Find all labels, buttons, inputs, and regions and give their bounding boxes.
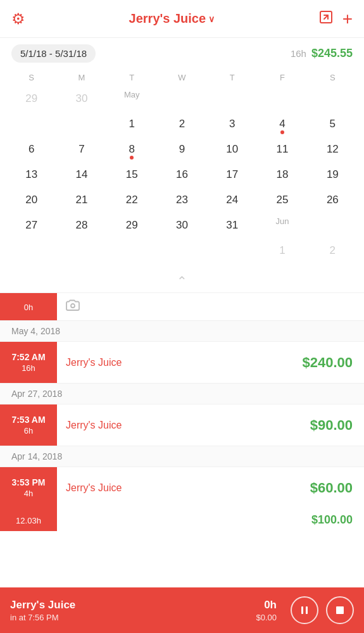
cal-cell-jun2[interactable]: 2 bbox=[308, 238, 358, 263]
entry-duration-3: 4h bbox=[6, 489, 51, 498]
active-timer-sub: in at 7:56 PM bbox=[10, 613, 248, 622]
entry-name-3: Jerry's Juice bbox=[66, 482, 122, 493]
cal-cell bbox=[56, 238, 106, 263]
cal-cell-30[interactable]: 30 bbox=[157, 213, 207, 238]
partial-time-block: 0h bbox=[0, 293, 57, 320]
cal-cell-9[interactable]: 9 bbox=[157, 137, 207, 162]
entry-duration-2: 6h bbox=[6, 426, 51, 436]
cal-cell-12[interactable]: 12 bbox=[308, 137, 358, 162]
cal-cell-22[interactable]: 22 bbox=[107, 187, 157, 213]
cal-cell-15[interactable]: 15 bbox=[107, 162, 157, 187]
cal-cell-2[interactable]: 2 bbox=[157, 111, 207, 137]
cal-cell bbox=[6, 238, 56, 263]
entry-date-3: Apr 14, 2018 bbox=[0, 446, 364, 467]
entry-amount-2: $90.00 bbox=[310, 417, 364, 434]
entry-date-2: Apr 27, 2018 bbox=[0, 384, 364, 404]
cal-cell-14[interactable]: 14 bbox=[56, 162, 106, 187]
entry-amount-3: $60.00 bbox=[310, 480, 364, 496]
cal-dow-sat: S bbox=[308, 69, 358, 86]
cal-cell-6[interactable]: 6 bbox=[6, 137, 56, 162]
entry-time-block-3: 3:53 PM 4h bbox=[0, 467, 57, 508]
cal-cell-31[interactable]: 31 bbox=[207, 213, 257, 238]
partial-duration: 0h bbox=[6, 303, 51, 312]
entry-date-1: May 4, 2018 bbox=[0, 321, 364, 341]
cal-month-label: May bbox=[107, 86, 157, 111]
app-title-container[interactable]: Jerry's Juice ∨ bbox=[129, 11, 215, 26]
entry-duration-1: 16h bbox=[6, 363, 51, 373]
entry-row-2[interactable]: 7:53 AM 6h Jerry's Juice $90.00 bbox=[0, 404, 364, 446]
active-timer-bar: Jerry's Juice in at 7:56 PM 0h $0.00 bbox=[0, 587, 364, 633]
cal-cell-29[interactable]: 29 bbox=[107, 213, 157, 238]
partial-entry-top[interactable]: 0h bbox=[0, 292, 364, 320]
cal-cell-19[interactable]: 19 bbox=[308, 162, 358, 187]
cal-cell-23[interactable]: 23 bbox=[157, 187, 207, 213]
partial-top-content bbox=[57, 299, 89, 314]
entry-time-3: 3:53 PM bbox=[6, 477, 51, 487]
cal-cell bbox=[308, 86, 358, 111]
cal-cell-26[interactable]: 26 bbox=[308, 187, 358, 213]
entry-name-1: Jerry's Juice bbox=[66, 357, 122, 368]
cal-cell-13[interactable]: 13 bbox=[6, 162, 56, 187]
header-action-icons: + bbox=[318, 9, 353, 29]
cal-dow-mon: M bbox=[56, 69, 106, 86]
entry-details-1: Jerry's Juice bbox=[57, 347, 302, 379]
cal-cell-1[interactable]: 1 bbox=[107, 111, 157, 137]
cal-cell[interactable]: 30 bbox=[56, 86, 106, 111]
entry-time-2: 7:53 AM bbox=[6, 415, 51, 425]
add-entry-icon[interactable]: + bbox=[342, 9, 353, 29]
partial-entry-bottom[interactable]: 12.03h $100.00 bbox=[0, 508, 364, 531]
cal-cell-3[interactable]: 3 bbox=[207, 111, 257, 137]
date-range-pill[interactable]: 5/1/18 - 5/31/18 bbox=[11, 44, 96, 63]
cal-cell-25[interactable]: 25 bbox=[257, 187, 307, 213]
cal-cell-20[interactable]: 20 bbox=[6, 187, 56, 213]
cal-cell-5[interactable]: 5 bbox=[308, 111, 358, 137]
svg-rect-3 bbox=[301, 606, 303, 614]
cal-cell-8[interactable]: 8 bbox=[107, 137, 157, 162]
header: ⚙ Jerry's Juice ∨ + bbox=[0, 0, 364, 38]
cal-dow-sun: S bbox=[6, 69, 56, 86]
cal-cell-16[interactable]: 16 bbox=[157, 162, 207, 187]
entry-name-2: Jerry's Juice bbox=[66, 420, 122, 430]
cal-cell bbox=[107, 238, 157, 263]
entry-details-2: Jerry's Juice bbox=[57, 410, 310, 441]
stop-button[interactable] bbox=[326, 596, 354, 624]
entry-time-block-1: 7:52 AM 16h bbox=[0, 342, 57, 383]
pause-button[interactable] bbox=[291, 596, 318, 624]
cal-cell-10[interactable]: 10 bbox=[207, 137, 257, 162]
entry-time-block-2: 7:53 AM 6h bbox=[0, 404, 57, 446]
cal-cell-jun1[interactable]: 1 bbox=[257, 238, 307, 263]
app-title: Jerry's Juice bbox=[129, 11, 206, 26]
cal-cell[interactable]: 29 bbox=[6, 86, 56, 111]
cal-cell-27[interactable]: 27 bbox=[6, 213, 56, 238]
cal-cell-4[interactable]: 4 bbox=[257, 111, 307, 137]
cal-cell bbox=[207, 86, 257, 111]
cal-dow-thu: T bbox=[207, 69, 257, 86]
entry-amount-1: $240.00 bbox=[302, 354, 364, 371]
date-range-row: 5/1/18 - 5/31/18 16h $245.55 bbox=[0, 38, 364, 69]
chevron-down-icon: ∨ bbox=[208, 14, 215, 24]
cal-cell-21[interactable]: 21 bbox=[56, 187, 106, 213]
amount-label: $245.55 bbox=[311, 47, 353, 60]
active-timer-name: Jerry's Juice bbox=[10, 599, 248, 611]
collapse-arrow[interactable]: ⌃ bbox=[0, 270, 364, 292]
export-icon[interactable] bbox=[318, 9, 334, 28]
calendar-header: S M T W T F S bbox=[6, 69, 358, 86]
entry-row-1[interactable]: 7:52 AM 16h Jerry's Juice $240.00 bbox=[0, 341, 364, 383]
cal-cell-17[interactable]: 17 bbox=[207, 162, 257, 187]
cal-cell-28[interactable]: 28 bbox=[56, 213, 106, 238]
gear-icon[interactable]: ⚙ bbox=[11, 10, 25, 28]
cal-cell-11[interactable]: 11 bbox=[257, 137, 307, 162]
active-timer-hours: 0h bbox=[256, 599, 277, 611]
svg-rect-4 bbox=[306, 606, 308, 614]
cal-cell-18[interactable]: 18 bbox=[257, 162, 307, 187]
cal-cell-24[interactable]: 24 bbox=[207, 187, 257, 213]
cal-month-label-jun: Jun bbox=[257, 213, 307, 238]
active-timer-time: 0h $0.00 bbox=[256, 599, 277, 622]
cal-cell bbox=[257, 86, 307, 111]
cal-cell-7[interactable]: 7 bbox=[56, 137, 106, 162]
partial-bottom-details bbox=[57, 510, 311, 530]
partial-bottom-amount: $100.00 bbox=[311, 513, 364, 527]
entry-row-3[interactable]: 3:53 PM 4h Jerry's Juice $60.00 bbox=[0, 467, 364, 508]
active-timer-info: Jerry's Juice in at 7:56 PM bbox=[10, 599, 248, 622]
hours-amount-summary: 16h $245.55 bbox=[291, 47, 353, 60]
